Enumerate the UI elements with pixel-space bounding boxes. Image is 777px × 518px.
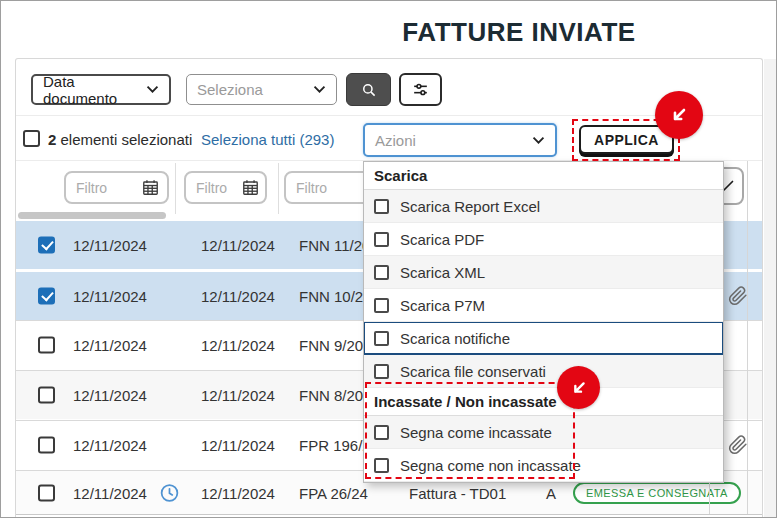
arrow-down-left-icon xyxy=(667,103,691,127)
menu-item-label: Segna come incassate xyxy=(400,424,552,441)
chevron-down-icon xyxy=(311,81,328,98)
doc-date: 12/11/2024 xyxy=(73,387,147,404)
filter-placeholder: Filtro xyxy=(76,180,107,196)
doc-date: 12/11/2024 xyxy=(73,237,147,254)
truncated-cell: A xyxy=(546,484,556,501)
selection-count-label: elementi selezionati xyxy=(56,131,192,148)
menu-item-scarica-xml[interactable]: Scarica XML xyxy=(364,256,723,289)
sliders-icon xyxy=(411,80,430,99)
menu-item-label: Segna come non incassate xyxy=(400,457,581,474)
doc-type: Fattura - TD01 xyxy=(409,484,506,501)
checkbox[interactable] xyxy=(374,265,389,280)
column-divider xyxy=(278,163,279,214)
menu-item-scarica-file-conservati[interactable]: Scarica file conservati xyxy=(364,355,723,388)
checkbox[interactable] xyxy=(374,232,389,247)
checkbox[interactable] xyxy=(374,458,389,473)
menu-item-scarica-report-excel[interactable]: Scarica Report Excel xyxy=(364,190,723,223)
column-divider xyxy=(175,163,176,214)
filter-placeholder: Filtro xyxy=(196,180,227,196)
menu-item-label: Scarica notifiche xyxy=(400,330,510,347)
actions-select-placeholder: Azioni xyxy=(375,132,416,149)
paperclip-icon[interactable] xyxy=(728,286,748,306)
row-checkbox[interactable] xyxy=(38,437,55,454)
menu-item-scarica-p7m[interactable]: Scarica P7M xyxy=(364,289,723,322)
search-button[interactable] xyxy=(346,73,391,106)
row-checkbox[interactable] xyxy=(38,484,55,501)
menu-item-label: Scarica P7M xyxy=(400,297,485,314)
value-select-placeholder: Seleziona xyxy=(197,81,263,98)
checkbox[interactable] xyxy=(374,298,389,313)
checkbox[interactable] xyxy=(374,364,389,379)
row-checkbox[interactable] xyxy=(38,387,55,404)
panel-right-margin xyxy=(764,59,777,518)
doc-date: 12/11/2024 xyxy=(73,288,147,305)
row-checkbox[interactable] xyxy=(38,288,55,305)
status-badge: EMESSA E CONSEGNATA xyxy=(573,482,741,504)
actions-menu: Scarica Scarica Report Excel Scarica PDF… xyxy=(363,161,724,483)
select-all-checkbox[interactable] xyxy=(23,130,40,147)
value-select[interactable]: Seleziona xyxy=(186,74,337,105)
send-date: 12/11/2024 xyxy=(201,484,275,501)
doc-date: 12/11/2024 xyxy=(73,437,147,454)
menu-item-segna-come-non-incassate[interactable]: Segna come non incassate xyxy=(364,449,723,482)
clock-icon xyxy=(159,482,180,503)
chevron-down-icon xyxy=(144,81,161,98)
chevron-down-icon xyxy=(530,132,547,149)
filter-date1-input[interactable]: Filtro xyxy=(64,171,169,204)
page-title: FATTURE INVIATE xyxy=(359,17,679,48)
calendar-icon[interactable] xyxy=(241,178,260,197)
send-date: 12/11/2024 xyxy=(201,387,275,404)
selection-count: 2 elementi selezionati xyxy=(48,131,192,148)
menu-section-scarica: Scarica xyxy=(364,162,723,190)
checkbox[interactable] xyxy=(374,331,389,346)
doc-date: 12/11/2024 xyxy=(73,484,147,501)
filter-placeholder: Filtro xyxy=(296,180,327,196)
divider xyxy=(16,115,762,116)
tutorial-arrow-badge xyxy=(557,366,600,409)
magnifier-icon xyxy=(360,81,378,99)
select-all-link[interactable]: Seleziona tutti (293) xyxy=(201,131,334,148)
send-date: 12/11/2024 xyxy=(201,288,275,305)
menu-item-segna-come-incassate[interactable]: Segna come incassate xyxy=(364,416,723,449)
field-select[interactable]: Data documento xyxy=(31,74,171,105)
checkbox[interactable] xyxy=(374,199,389,214)
checkbox[interactable] xyxy=(374,425,389,440)
advanced-filters-button[interactable] xyxy=(399,73,442,106)
menu-item-label: Scarica XML xyxy=(400,264,485,281)
table-bottom-border xyxy=(16,514,762,515)
doc-date: 12/11/2024 xyxy=(73,337,147,354)
menu-item-scarica-notifiche[interactable]: Scarica notifiche xyxy=(364,322,723,355)
send-date: 12/11/2024 xyxy=(201,237,275,254)
column-divider xyxy=(747,161,748,514)
tutorial-arrow-badge xyxy=(655,91,703,139)
fatture-inviate-window: FATTURE INVIATE Data documento Seleziona… xyxy=(0,0,777,518)
arrow-down-left-icon xyxy=(568,377,590,399)
calendar-icon[interactable] xyxy=(141,178,160,197)
paperclip-icon[interactable] xyxy=(728,435,748,455)
send-date: 12/11/2024 xyxy=(201,337,275,354)
column-divider xyxy=(709,479,710,514)
field-select-value: Data documento xyxy=(43,73,138,107)
horizontal-scrollbar[interactable] xyxy=(18,212,166,219)
row-checkbox[interactable] xyxy=(38,337,55,354)
row-checkbox[interactable] xyxy=(38,237,55,254)
menu-item-scarica-pdf[interactable]: Scarica PDF xyxy=(364,223,723,256)
menu-section-incassate: Incassate / Non incassate xyxy=(364,388,723,416)
menu-item-label: Scarica file conservati xyxy=(400,363,546,380)
send-date: 12/11/2024 xyxy=(201,437,275,454)
filter-date2-input[interactable]: Filtro xyxy=(184,171,267,204)
status-badge-label: EMESSA E CONSEGNATA xyxy=(573,482,741,504)
doc-number: FPA 26/24 xyxy=(299,484,368,501)
actions-select[interactable]: Azioni xyxy=(363,123,557,157)
menu-item-label: Scarica PDF xyxy=(400,231,484,248)
menu-item-label: Scarica Report Excel xyxy=(400,198,540,215)
